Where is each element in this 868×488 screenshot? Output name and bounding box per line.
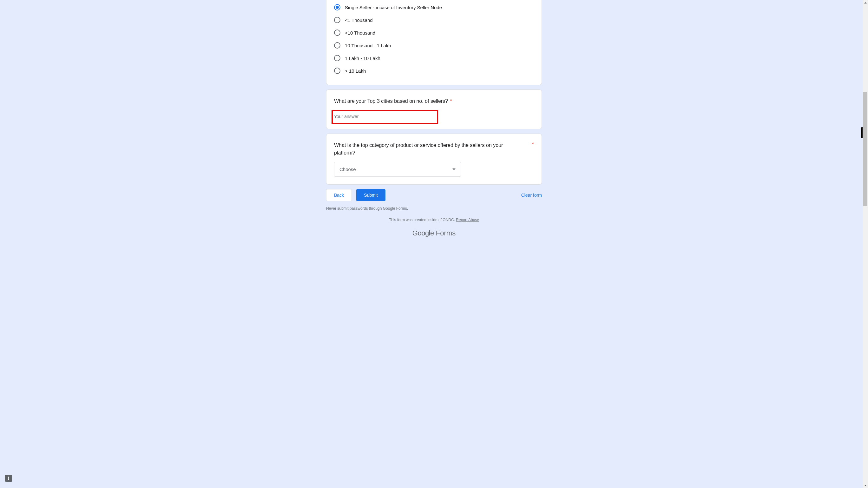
dropdown-placeholder: Choose [339, 166, 356, 172]
radio-option-1-thousand[interactable]: <1 Thousand [334, 13, 534, 26]
clear-form-link[interactable]: Clear form [521, 192, 542, 198]
question-title: What is the top category of product or s… [334, 142, 515, 157]
question-card-top-category: What is the top category of product or s… [326, 133, 542, 185]
side-tab-handle[interactable] [861, 127, 863, 138]
footer-prefix: This form was created inside of ONDC. [389, 218, 456, 222]
radio-icon [334, 68, 340, 74]
radio-icon [334, 4, 340, 10]
radio-icon [334, 17, 340, 23]
report-problem-icon[interactable] [5, 475, 12, 482]
cities-input[interactable] [334, 113, 436, 121]
form-container: Single Seller - incase of Inventory Sell… [326, 0, 542, 237]
back-button[interactable]: Back [326, 189, 352, 201]
chevron-down-icon [453, 169, 456, 170]
radio-option-gt-10lakh[interactable]: > 10 Lakh [334, 64, 534, 77]
google-logo-text: Google [412, 229, 434, 237]
radio-option-10-thousand[interactable]: <10 Thousand [334, 26, 534, 39]
question-text: What is the top category of product or s… [334, 143, 503, 155]
scrollbar-track[interactable] [863, 0, 868, 488]
question-text: What are your Top 3 cities based on no. … [334, 98, 448, 104]
radio-option-1lakh-10lakh[interactable]: 1 Lakh - 10 Lakh [334, 52, 534, 64]
scrollbar-thumb[interactable] [863, 92, 867, 206]
question-card-top-cities: What are your Top 3 cities based on no. … [326, 89, 542, 129]
scrollbar-arrow-down-icon[interactable] [863, 483, 868, 488]
button-group-left: Back Submit [326, 189, 385, 201]
radio-icon [334, 42, 340, 49]
radio-label: <10 Thousand [345, 30, 375, 35]
question-title: What are your Top 3 cities based on no. … [334, 97, 534, 105]
radio-icon [334, 30, 340, 36]
radio-label: 1 Lakh - 10 Lakh [345, 56, 380, 61]
password-disclaimer: Never submit passwords through Google Fo… [326, 206, 542, 211]
submit-button[interactable]: Submit [356, 189, 385, 201]
radio-label: Single Seller - incase of Inventory Sell… [345, 5, 442, 10]
required-asterisk: * [532, 142, 534, 147]
radio-label: 10 Thousand - 1 Lakh [345, 43, 391, 48]
report-abuse-link[interactable]: Report Abuse [456, 218, 479, 222]
radio-label: <1 Thousand [345, 18, 373, 23]
text-input-wrapper [334, 113, 436, 121]
radio-option-single-seller[interactable]: Single Seller - incase of Inventory Sell… [334, 1, 534, 13]
scrollbar-arrow-up-icon[interactable] [863, 0, 868, 5]
google-forms-logo[interactable]: Google Forms [326, 229, 542, 237]
forms-logo-text: Forms [434, 229, 456, 237]
radio-icon [334, 55, 340, 61]
question-card-seller-count: Single Seller - incase of Inventory Sell… [326, 0, 542, 85]
radio-label: > 10 Lakh [345, 68, 366, 73]
footer-text: This form was created inside of ONDC. Re… [326, 218, 542, 222]
button-row: Back Submit Clear form [326, 189, 542, 201]
required-asterisk: * [450, 98, 452, 104]
radio-option-10k-1lakh[interactable]: 10 Thousand - 1 Lakh [334, 39, 534, 52]
category-dropdown[interactable]: Choose [334, 162, 461, 177]
